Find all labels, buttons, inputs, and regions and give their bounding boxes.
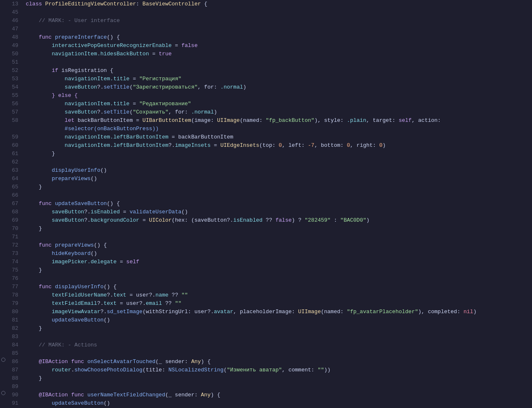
line-content: } xyxy=(22,183,532,191)
line-number: 47 xyxy=(7,25,22,33)
breakpoint-circle[interactable] xyxy=(1,391,5,395)
line-number: 90 xyxy=(7,391,22,399)
breakpoint-circle[interactable] xyxy=(1,358,5,362)
token: UIEdgeInsets xyxy=(220,142,259,148)
token: ) xyxy=(366,217,369,223)
line-content: displayUserInfo() xyxy=(22,166,532,175)
token: prepareInterface xyxy=(55,34,107,40)
token: ?. xyxy=(97,300,104,307)
token: interactivePopGestureRecognizerEnable xyxy=(26,42,172,49)
line-number: 69 xyxy=(7,216,22,225)
token: - User interface xyxy=(68,17,120,24)
token: .normal xyxy=(191,109,214,115)
token: "fp_avatarPlaceholder" xyxy=(347,309,418,315)
token: .title xyxy=(110,76,130,82)
code-line: 49 interactivePopGestureRecognizerEnable… xyxy=(0,42,532,50)
token: backBarButtonItem xyxy=(178,134,234,140)
code-line: 85 xyxy=(0,349,532,358)
line-number: 85 xyxy=(7,349,22,358)
token: "Сохранить" xyxy=(133,109,168,115)
line-content: navigationItem.leftBarButtonItem?.imageI… xyxy=(22,141,532,150)
code-line: 78 textFieldUserName?.text = user?.name … xyxy=(0,291,532,299)
token: setTitle xyxy=(103,109,129,115)
code-line: 80 imageViewAvatar?.sd_setImage(withStri… xyxy=(0,308,532,316)
line-content: router.showChoosePhotoDialog(title: NSLo… xyxy=(22,366,532,374)
token: , action: xyxy=(411,117,441,124)
token: textFieldEmail xyxy=(26,300,97,307)
token: validateUserData xyxy=(130,209,182,215)
code-line: 91 updateSaveButton() xyxy=(0,399,532,408)
token: = xyxy=(133,117,142,124)
line-content: if isRegistration { xyxy=(22,67,532,75)
token: isEnabled xyxy=(91,209,120,215)
token: (_ sender: xyxy=(165,392,201,398)
line-number: 74 xyxy=(7,258,22,266)
line-number: 87 xyxy=(7,366,22,374)
line-number: 54 xyxy=(7,83,22,91)
token: self xyxy=(126,259,139,265)
code-line: 76 xyxy=(0,274,532,283)
token: = xyxy=(120,209,129,215)
token: , for: xyxy=(168,109,191,115)
token: = xyxy=(168,134,178,140)
code-line: 66 xyxy=(0,191,532,200)
code-line: 71 xyxy=(0,233,532,241)
code-line: 64 prepareViews() xyxy=(0,175,532,183)
code-line: 63 displayUserInfo() xyxy=(0,166,532,175)
token: () xyxy=(100,167,107,173)
line-number: 62 xyxy=(7,158,22,166)
code-line: 58 let backBarButtonItem = UIBarButtonIt… xyxy=(0,116,532,125)
token: - Actions xyxy=(68,342,97,348)
token: "" xyxy=(175,300,182,307)
token: : xyxy=(330,217,340,223)
token: backgroundColor xyxy=(91,217,139,223)
token: func xyxy=(71,392,87,398)
code-line: 48 func prepareInterface() { xyxy=(0,33,532,42)
token: func xyxy=(71,359,87,365)
token: ), completed: xyxy=(418,309,463,315)
token: (top: xyxy=(259,142,279,148)
token: ?? xyxy=(263,217,276,223)
code-line: 73 hideKeyboard() xyxy=(0,250,532,258)
token: () { xyxy=(103,284,116,290)
token: "" xyxy=(318,367,324,373)
token: @IBAction xyxy=(26,359,71,365)
token: true xyxy=(159,51,172,57)
line-number: 86 xyxy=(7,358,22,366)
token: .normal xyxy=(220,84,243,90)
code-line: 89 xyxy=(0,383,532,391)
token: ) ? xyxy=(292,217,305,223)
token: ?. xyxy=(84,209,91,215)
token: func xyxy=(26,284,55,290)
token: : xyxy=(136,1,143,7)
line-content xyxy=(22,8,532,17)
line-number: 55 xyxy=(7,91,22,100)
line-content: saveButton?.setTitle("Зарегистрироваться… xyxy=(22,83,532,91)
line-content: saveButton?.backgroundColor = UIColor(he… xyxy=(22,216,532,225)
line-number: 75 xyxy=(7,266,22,274)
line-number: 51 xyxy=(7,58,22,67)
token: ) xyxy=(473,309,477,315)
code-line: 67 func updateSaveButton() { xyxy=(0,200,532,208)
token: ( xyxy=(224,367,227,373)
token: // MARK: xyxy=(26,342,68,348)
token: ) { xyxy=(211,392,220,398)
line-number: 84 xyxy=(7,341,22,349)
token: hideKeyboard xyxy=(26,250,91,257)
token: navigationItem xyxy=(26,134,110,140)
token: = xyxy=(172,42,181,49)
token: #selector(onBackButtonPress)) xyxy=(26,126,159,132)
token: , target: xyxy=(366,117,399,124)
line-content: } xyxy=(22,225,532,233)
line-content: #selector(onBackButtonPress)) xyxy=(22,125,532,133)
token: , for: xyxy=(198,84,221,90)
code-line: 52 if isRegistration { xyxy=(0,67,532,75)
line-content xyxy=(22,25,532,33)
token: imageViewAvatar xyxy=(26,309,100,315)
token: .leftBarButtonItem xyxy=(110,142,168,148)
line-content xyxy=(22,274,532,283)
token: saveButton xyxy=(26,84,97,90)
line-number: 60 xyxy=(7,141,22,150)
token: )) xyxy=(324,367,331,373)
token: class xyxy=(26,1,45,7)
